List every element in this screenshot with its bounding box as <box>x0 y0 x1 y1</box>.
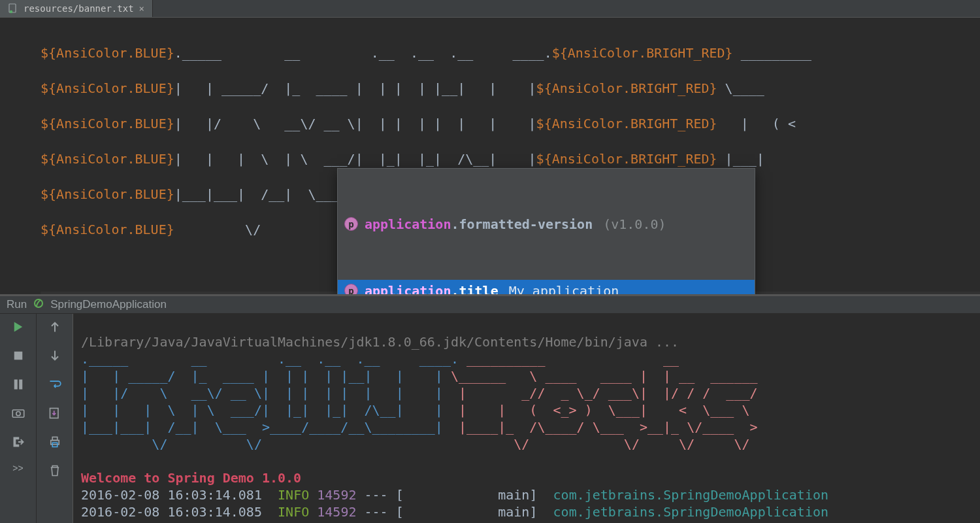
svg-rect-4 <box>14 379 17 389</box>
console-command: /Library/Java/JavaVirtualMachines/jdk1.8… <box>81 334 679 350</box>
editor-tabbar: resources/banner.txt × <box>0 0 980 18</box>
scroll-to-end-icon[interactable] <box>47 405 63 421</box>
property-badge-icon: p <box>344 217 358 231</box>
console-output[interactable]: /Library/Java/JavaVirtualMachines/jdk1.8… <box>73 314 980 523</box>
svg-point-7 <box>16 411 20 415</box>
run-toolwindow-header[interactable]: Run SpringDemoApplication <box>0 296 980 314</box>
editor-area[interactable]: ${AnsiColor.BLUE}._____ __ .__ .__ .__ _… <box>0 18 980 297</box>
soft-wrap-icon[interactable] <box>47 377 63 392</box>
arrow-up-icon[interactable] <box>47 319 63 335</box>
svg-rect-5 <box>19 379 22 389</box>
svg-rect-10 <box>52 437 57 440</box>
completion-popup: p application.formatted-version (v1.0.0)… <box>337 168 755 297</box>
stop-icon[interactable] <box>10 348 26 363</box>
svg-point-2 <box>35 299 42 307</box>
arrow-down-icon[interactable] <box>47 348 63 363</box>
file-text-icon <box>8 3 18 14</box>
completion-item[interactable]: p application.title My application <box>338 280 755 297</box>
close-icon[interactable]: × <box>139 3 144 14</box>
svg-rect-3 <box>14 352 22 360</box>
spring-icon <box>33 298 44 312</box>
completion-item[interactable]: p application.formatted-version (v1.0.0) <box>338 213 755 235</box>
camera-icon[interactable] <box>10 405 26 421</box>
svg-point-1 <box>10 10 13 14</box>
expand-icon[interactable]: >> <box>10 463 26 473</box>
pause-icon[interactable] <box>10 377 26 392</box>
play-icon[interactable] <box>10 319 26 335</box>
run-gutter-right <box>37 314 73 523</box>
print-icon[interactable] <box>47 434 63 450</box>
run-gutter-left: >> <box>0 314 37 523</box>
run-label: Run <box>7 298 27 311</box>
editor-tab-label: resources/banner.txt <box>24 3 134 14</box>
trash-icon[interactable] <box>47 463 63 479</box>
editor-tab-banner[interactable]: resources/banner.txt × <box>0 0 153 17</box>
console-welcome: Welcome to Spring Demo 1.0.0 <box>81 470 301 486</box>
exit-icon[interactable] <box>10 434 26 450</box>
run-config-name: SpringDemoApplication <box>50 298 167 311</box>
run-toolwindow: >> /Library/Java/JavaVirtualMachines/jdk… <box>0 314 980 523</box>
